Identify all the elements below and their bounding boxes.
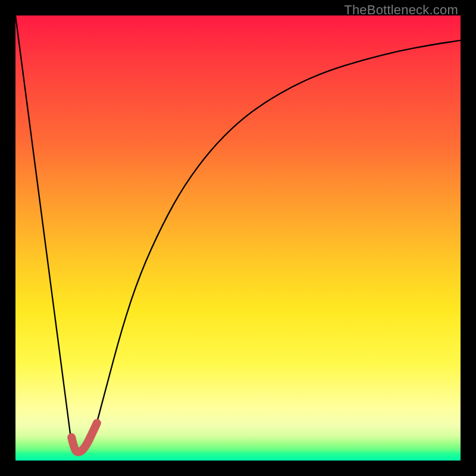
curve-rising [96,40,461,424]
watermark-text: TheBottleneck.com [344,2,458,18]
chart-container: TheBottleneck.com [0,0,476,476]
plot-area [15,15,461,461]
highlight-hook [71,423,97,452]
curves-svg [15,15,461,461]
curve-left-slope [15,15,73,450]
